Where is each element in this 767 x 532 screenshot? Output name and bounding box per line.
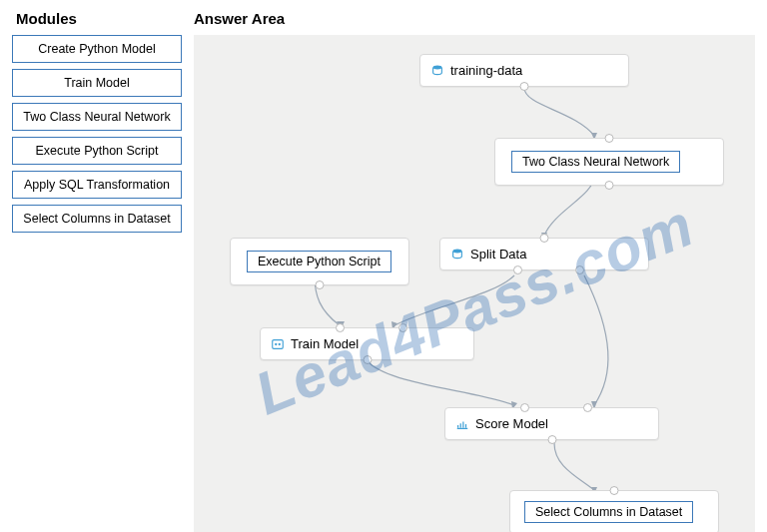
node-execute-python-script[interactable]: Execute Python Script <box>230 238 409 285</box>
output-port[interactable] <box>575 266 584 274</box>
input-port[interactable] <box>540 234 549 243</box>
dropped-module-tag: Two Class Neural Network <box>511 151 680 173</box>
node-label: Train Model <box>291 336 359 351</box>
svg-point-11 <box>279 342 281 344</box>
module-item[interactable]: Create Python Model <box>12 35 182 63</box>
node-score-model[interactable]: Score Model <box>444 407 659 440</box>
input-port[interactable] <box>336 323 345 332</box>
dataset-icon <box>430 64 444 78</box>
input-port[interactable] <box>398 323 407 332</box>
node-training-data[interactable]: training-data <box>419 54 629 87</box>
svg-point-7 <box>433 65 442 69</box>
input-port[interactable] <box>605 134 614 143</box>
node-label: training-data <box>450 63 522 78</box>
node-split-data[interactable]: Split Data <box>439 238 649 270</box>
input-port[interactable] <box>583 403 592 412</box>
node-select-columns-in-dataset[interactable]: Select Columns in Dataset <box>509 490 719 532</box>
output-port[interactable] <box>547 435 556 444</box>
node-train-model[interactable]: Train Model <box>260 327 474 360</box>
module-item[interactable]: Apply SQL Transformation <box>12 171 182 199</box>
svg-rect-9 <box>273 339 284 348</box>
dropped-module-tag: Execute Python Script <box>247 251 391 272</box>
modules-sidebar: Modules Create Python Model Train Model … <box>12 10 182 532</box>
node-label: Split Data <box>470 247 526 262</box>
input-port[interactable] <box>520 403 529 412</box>
answer-area-heading: Answer Area <box>194 10 755 27</box>
output-port[interactable] <box>605 181 614 190</box>
module-item[interactable]: Two Class Neural Network <box>12 103 182 131</box>
module-item[interactable]: Select Columns in Dataset <box>12 205 182 233</box>
watermark-text: Lead4Pass.com <box>246 191 703 429</box>
module-item[interactable]: Train Model <box>12 69 182 97</box>
output-port[interactable] <box>363 355 372 364</box>
answer-canvas[interactable]: training-data Two Class Neural Network S… <box>194 35 755 532</box>
dropped-module-tag: Select Columns in Dataset <box>524 501 693 523</box>
svg-point-10 <box>275 342 277 344</box>
svg-point-8 <box>453 249 462 253</box>
output-port[interactable] <box>513 266 522 274</box>
module-item[interactable]: Execute Python Script <box>12 137 182 165</box>
dataset-icon <box>450 248 464 262</box>
score-model-icon <box>455 417 469 431</box>
output-port[interactable] <box>316 280 325 289</box>
input-port[interactable] <box>610 486 619 495</box>
modules-heading: Modules <box>16 10 182 27</box>
node-two-class-neural-network[interactable]: Two Class Neural Network <box>494 138 724 186</box>
node-label: Score Model <box>475 416 548 431</box>
train-model-icon <box>271 337 285 351</box>
output-port[interactable] <box>520 82 529 91</box>
